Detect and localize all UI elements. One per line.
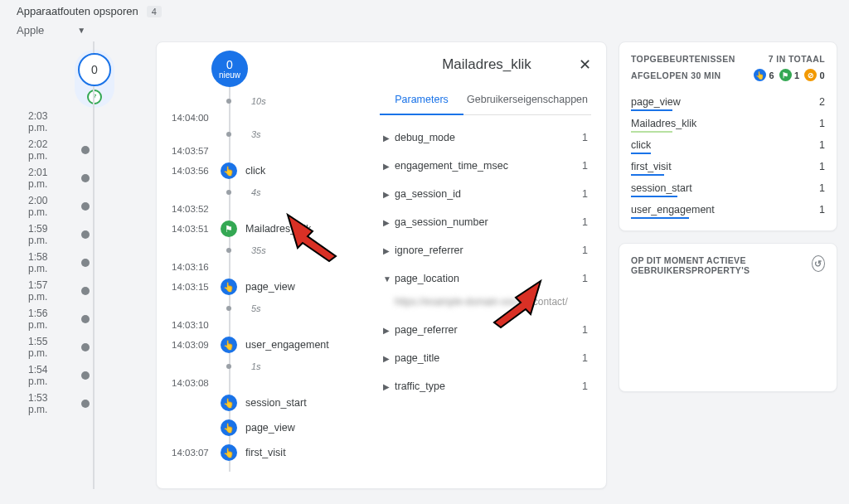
- caret-icon: ▶: [383, 162, 395, 171]
- top-event-row[interactable]: Mailadres_klik1: [631, 111, 825, 133]
- timeline-dot-icon: [81, 315, 90, 323]
- caret-icon: ▶: [383, 246, 395, 255]
- caret-icon: ▶: [383, 218, 395, 227]
- timeline-dot-icon: [81, 174, 90, 182]
- timeline-minute-label: 1:55 p.m.: [12, 336, 70, 359]
- param-count: 1: [582, 324, 588, 336]
- close-icon[interactable]: ✕: [579, 56, 591, 74]
- page-title-label: Apparaatfouten opsporen: [17, 5, 138, 17]
- timeline-minute-row[interactable]: 2:02 p.m.: [12, 136, 144, 164]
- event-type-chip[interactable]: ⊘0: [804, 69, 825, 81]
- event-gap-label: 5s: [251, 303, 261, 313]
- timeline-dot-icon: [81, 146, 90, 154]
- top-event-row[interactable]: first_visit1: [631, 154, 825, 176]
- top-event-name: Mailadres_klik: [631, 118, 696, 129]
- timeline-minute-label: 1:56 p.m.: [12, 308, 70, 331]
- tab-parameters[interactable]: Parameters: [380, 85, 463, 115]
- new-events-bubble[interactable]: 0 nieuw: [211, 51, 248, 87]
- param-count: 1: [582, 245, 588, 256]
- timeline-minute-row[interactable]: 1:55 p.m.: [12, 333, 144, 361]
- chip-count: 6: [769, 70, 774, 80]
- event-gap-dot-icon: [226, 190, 231, 195]
- event-name-label: page_view: [245, 281, 295, 293]
- event-row[interactable]: 👆session_start: [172, 390, 364, 415]
- event-row[interactable]: 14:03:51⚑Mailadres_klik: [172, 216, 364, 241]
- param-row[interactable]: ▶page_title1: [380, 344, 591, 372]
- event-row[interactable]: 14:03:09👆user_engagement: [172, 332, 364, 357]
- caret-icon: ▶: [383, 190, 395, 199]
- event-row[interactable]: 14:03:07👆first_visit: [172, 440, 364, 465]
- top-event-row[interactable]: page_view2: [631, 90, 825, 111]
- caret-icon: ▶: [383, 354, 395, 363]
- event-gap-dot-icon: [226, 364, 231, 369]
- top-events-subheader: AFGELOPEN 30 MIN: [631, 70, 721, 80]
- recent-events-ring[interactable]: 7: [87, 90, 102, 104]
- timeline-minute-label: 1:59 p.m.: [12, 223, 70, 246]
- param-row[interactable]: ▶engagement_time_msec1: [380, 152, 591, 180]
- timeline-dot-icon: [81, 371, 90, 380]
- event-time-label: 14:03:08: [172, 378, 218, 388]
- chip-icon: ⊘: [804, 69, 817, 81]
- top-event-name: page_view: [631, 96, 681, 108]
- top-event-row[interactable]: session_start1: [631, 176, 825, 197]
- timeline-minute-row[interactable]: 1:58 p.m.: [12, 249, 144, 277]
- param-row[interactable]: ▶ga_session_number1: [380, 208, 591, 236]
- event-row[interactable]: 14:03:15👆page_view: [172, 274, 364, 299]
- event-row[interactable]: 14:03:56👆click: [172, 158, 364, 183]
- underline-bar: [631, 217, 689, 219]
- param-row[interactable]: ▶page_referrer1: [380, 316, 591, 344]
- event-time-label: 14:03:09: [172, 340, 218, 350]
- timeline-minute-row[interactable]: 1:59 p.m.: [12, 220, 144, 249]
- timeline-dot-icon: [81, 202, 90, 211]
- param-value: https://example-domain-xxx.na/contact/: [380, 293, 591, 316]
- param-row[interactable]: ▶debug_mode1: [380, 124, 591, 152]
- param-name: ga_session_number: [395, 216, 582, 228]
- chip-count: 0: [819, 70, 825, 80]
- event-time-label: 14:03:07: [172, 448, 218, 458]
- param-count: 1: [582, 380, 588, 392]
- param-row[interactable]: ▶ignore_referrer1: [380, 236, 591, 264]
- param-row[interactable]: ▶traffic_type1: [380, 372, 591, 400]
- event-type-chip[interactable]: 👆6: [754, 69, 774, 81]
- timeline-minute-row[interactable]: 2:03 p.m.: [12, 108, 144, 136]
- timeline-minute-row[interactable]: 1:57 p.m.: [12, 277, 144, 305]
- timeline-minute-row[interactable]: 2:01 p.m.: [12, 164, 144, 192]
- param-count: 1: [582, 352, 588, 364]
- event-gap-dot-icon: [226, 306, 231, 311]
- event-stream: 0 nieuw 10s14:04:003s14:03:5714:03:56👆cl…: [157, 51, 364, 480]
- top-event-row[interactable]: click1: [631, 133, 825, 154]
- event-name-label: user_engagement: [245, 339, 329, 351]
- timeline-minute-row[interactable]: 1:54 p.m.: [12, 361, 144, 390]
- timeline-minute-row[interactable]: 1:53 p.m.: [12, 390, 144, 418]
- pointer-icon: 👆: [221, 337, 237, 353]
- top-events-total: 7 IN TOTAAL: [769, 54, 825, 64]
- param-row[interactable]: ▼page_location1: [380, 264, 591, 293]
- top-event-row[interactable]: user_engagement1: [631, 197, 825, 219]
- param-name: ga_session_id: [395, 188, 582, 200]
- event-type-chip[interactable]: ⚑1: [779, 69, 800, 81]
- device-select[interactable]: Apple: [17, 24, 44, 36]
- timeline-minute-row[interactable]: 2:00 p.m.: [12, 192, 144, 220]
- chip-count: 1: [794, 70, 800, 80]
- top-event-count: 1: [819, 118, 825, 129]
- param-row[interactable]: ▶ga_session_id1: [380, 180, 591, 208]
- top-event-name: session_start: [631, 182, 692, 194]
- param-name: page_referrer: [395, 324, 582, 336]
- event-gap-label: 35s: [251, 245, 266, 255]
- event-details-panel: Mailadres_klik ✕ Parameters Gebruikersei…: [364, 51, 606, 480]
- chip-icon: 👆: [754, 69, 766, 81]
- pointer-icon: 👆: [221, 279, 237, 295]
- param-count: 1: [582, 188, 588, 200]
- event-row[interactable]: 👆page_view: [172, 415, 364, 440]
- history-icon[interactable]: ↺: [812, 255, 825, 272]
- chip-icon: ⚑: [779, 69, 792, 81]
- flag-icon: ⚑: [221, 220, 237, 237]
- timeline-minute-label: 1:53 p.m.: [12, 392, 70, 415]
- event-time-label: 14:03:56: [172, 166, 218, 176]
- tab-user-properties[interactable]: Gebruikerseigenschappen: [463, 85, 591, 114]
- event-name-label: page_view: [245, 422, 295, 434]
- event-time-label: 14:03:57: [172, 146, 218, 156]
- top-events-header: TOPGEBEURTENISSEN: [631, 54, 735, 64]
- timeline-minute-row[interactable]: 1:56 p.m.: [12, 305, 144, 333]
- current-minute-count[interactable]: 0: [78, 53, 111, 86]
